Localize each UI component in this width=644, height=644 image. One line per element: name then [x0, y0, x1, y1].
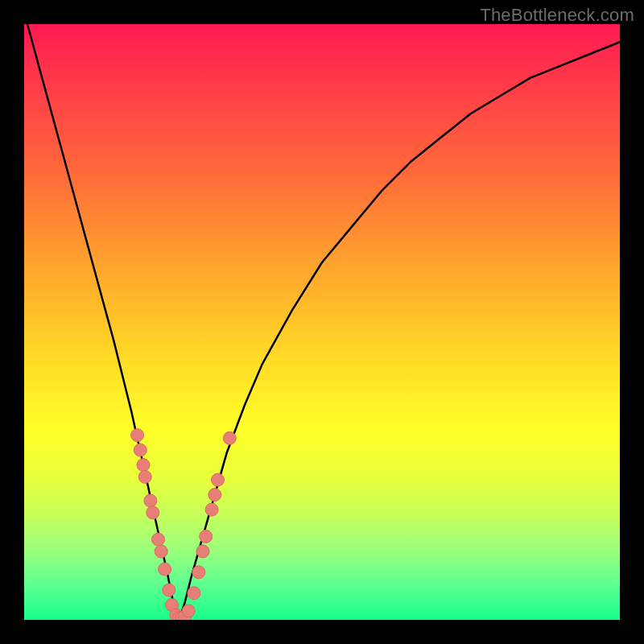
- data-point: [131, 429, 144, 442]
- data-point: [138, 470, 151, 483]
- bottleneck-curve: [24, 24, 620, 620]
- data-point: [212, 473, 225, 486]
- data-point: [144, 494, 157, 507]
- data-point: [208, 489, 221, 502]
- data-point: [159, 563, 171, 576]
- data-point: [137, 459, 150, 472]
- bottleneck-svg: [24, 24, 620, 620]
- data-point: [147, 506, 159, 519]
- data-point: [196, 545, 209, 558]
- data-point: [163, 584, 175, 597]
- watermark-text: TheBottleneck.com: [480, 5, 634, 26]
- data-point: [192, 566, 205, 579]
- chart-frame: TheBottleneck.com: [0, 0, 644, 644]
- data-point: [155, 545, 167, 558]
- data-point: [223, 431, 236, 444]
- plot-area: [24, 24, 620, 620]
- data-point: [205, 503, 218, 516]
- data-point: [188, 587, 200, 600]
- data-point: [152, 533, 165, 546]
- data-point: [134, 444, 147, 456]
- data-point: [182, 605, 195, 617]
- data-point: [200, 530, 213, 543]
